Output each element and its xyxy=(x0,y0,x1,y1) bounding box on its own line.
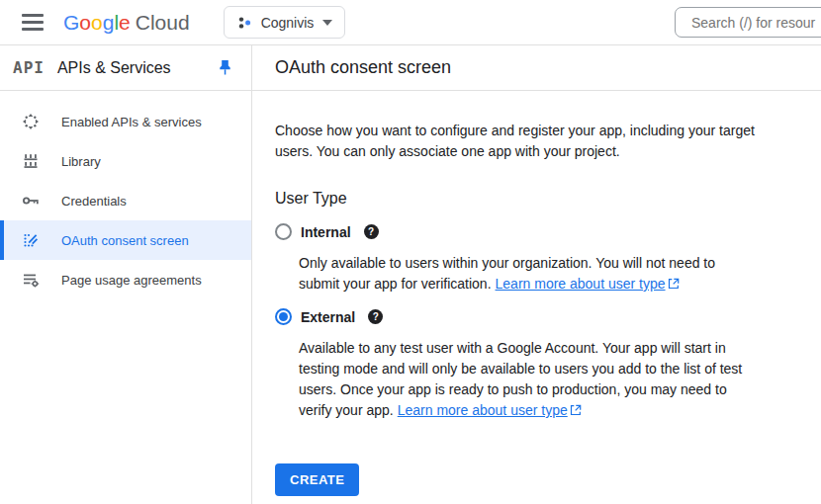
description-line: users. Once your app is ready to push to… xyxy=(299,379,797,400)
option-label-external[interactable]: External xyxy=(301,309,355,325)
logo-cloud-text: Cloud xyxy=(136,11,190,34)
learn-more-link[interactable]: Learn more about user type xyxy=(398,402,568,418)
sidebar: API APIs & Services xyxy=(0,45,252,504)
description-text: verify your app. xyxy=(299,402,394,418)
radio-external[interactable] xyxy=(275,308,292,325)
help-icon[interactable]: ? xyxy=(368,309,383,324)
help-icon[interactable]: ? xyxy=(364,224,379,239)
description-line: testing mode and will only be available … xyxy=(299,359,797,379)
pin-icon[interactable] xyxy=(219,59,231,76)
internal-description: Only available to users within your orga… xyxy=(299,253,797,294)
compass-dots-icon xyxy=(22,113,40,130)
user-type-option-internal[interactable]: Internal ? xyxy=(275,223,797,240)
logo-letter: g xyxy=(103,11,115,34)
sidebar-item-label: Page usage agreements xyxy=(61,273,202,288)
menu-icon[interactable] xyxy=(22,14,44,31)
sidebar-item-label: Enabled APIs & services xyxy=(61,115,202,129)
sidebar-item-oauth-consent-screen[interactable]: OAuth consent screen xyxy=(0,220,251,260)
description-text: submit your app for verification. xyxy=(299,276,492,292)
oauth-consent-icon xyxy=(22,231,40,249)
radio-internal[interactable] xyxy=(275,223,292,240)
logo-letter: G xyxy=(63,11,79,34)
description-line: Only available to users within your orga… xyxy=(299,253,797,274)
sidebar-item-label: Library xyxy=(61,154,101,169)
sidebar-item-label: OAuth consent screen xyxy=(61,233,189,248)
external-link-icon xyxy=(668,278,680,290)
key-icon xyxy=(22,192,40,210)
page-title: OAuth consent screen xyxy=(252,45,821,91)
external-description: Available to any test user with a Google… xyxy=(299,338,797,421)
external-link-icon xyxy=(570,404,582,416)
api-product-logo: API xyxy=(13,58,45,77)
search-input[interactable] xyxy=(675,7,821,38)
user-type-heading: User Type xyxy=(275,190,797,208)
library-icon xyxy=(22,152,40,170)
chevron-down-icon xyxy=(322,20,332,26)
google-cloud-logo[interactable]: GoogleCloud xyxy=(63,11,190,35)
description-line: submit your app for verification.Learn m… xyxy=(299,274,797,294)
description-line: Available to any test user with a Google… xyxy=(299,338,797,359)
sidebar-item-label: Credentials xyxy=(61,194,127,209)
project-name: Cognivis xyxy=(261,15,315,31)
user-type-option-external[interactable]: External ? xyxy=(275,308,797,325)
main-content: OAuth consent screen Choose how you want… xyxy=(252,45,821,504)
logo-letter: e xyxy=(119,11,131,34)
top-bar: GoogleCloud Cognivis xyxy=(0,0,821,45)
sidebar-header: API APIs & Services xyxy=(0,45,251,91)
sidebar-item-page-usage-agreements[interactable]: Page usage agreements xyxy=(0,260,251,299)
intro-text: Choose how you want to configure and reg… xyxy=(275,121,777,162)
description-line: verify your app.Learn more about user ty… xyxy=(299,400,797,421)
sidebar-item-credentials[interactable]: Credentials xyxy=(0,181,251,220)
sidebar-nav: Enabled APIs & services Library xyxy=(0,91,251,299)
sidebar-item-enabled-apis[interactable]: Enabled APIs & services xyxy=(0,102,251,141)
list-gear-icon xyxy=(22,271,40,289)
sidebar-title: APIs & Services xyxy=(57,59,219,77)
project-selector[interactable]: Cognivis xyxy=(224,6,346,39)
logo-letter: o xyxy=(91,11,103,34)
create-button[interactable]: CREATE xyxy=(275,463,359,496)
option-label-internal[interactable]: Internal xyxy=(301,224,351,240)
project-icon xyxy=(236,15,252,31)
logo-letter: o xyxy=(79,11,91,34)
sidebar-item-library[interactable]: Library xyxy=(0,141,251,181)
learn-more-link[interactable]: Learn more about user type xyxy=(496,276,666,292)
